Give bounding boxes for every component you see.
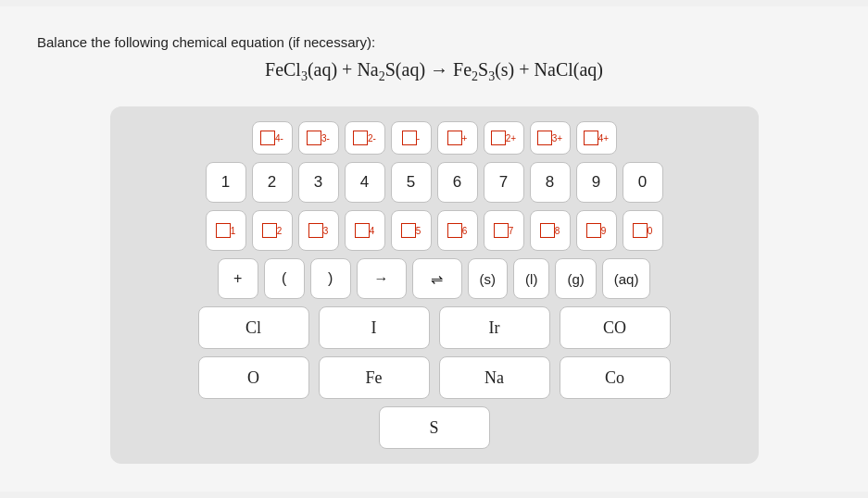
forward-arrow-key[interactable]: → [357,258,407,299]
sub-box-icon [494,223,509,238]
sub-0-key[interactable]: 0 [623,210,663,251]
chemistry-keyboard: 4- 3- 2- - + 2+ 3+ 4+ [110,106,759,464]
key-0[interactable]: 0 [623,162,663,203]
element-co-upper-key[interactable]: CO [560,306,671,349]
element-na-key[interactable]: Na [439,356,550,399]
element-cl-key[interactable]: Cl [198,306,309,349]
sub-box-icon [447,223,462,238]
charge-2minus-key[interactable]: 2- [345,121,385,155]
charge-box-icon [491,131,506,145]
sub-box-icon [586,223,601,238]
sub-box-icon [216,223,231,238]
charge-2plus-key[interactable]: 2+ [484,121,524,155]
solid-state-key[interactable]: (s) [468,258,509,299]
plus-key[interactable]: + [218,258,258,299]
sub-box-icon [633,223,648,238]
key-5[interactable]: 5 [391,162,432,203]
subscript-row: 1 2 3 4 5 6 7 8 9 [206,210,663,251]
charge-3plus-key[interactable]: 3+ [530,121,571,155]
sub-box-icon [308,223,323,238]
key-1[interactable]: 1 [206,162,246,203]
sub-2-key[interactable]: 2 [252,210,293,251]
sub-9-key[interactable]: 9 [576,210,617,251]
charge-box-icon [307,131,321,145]
gas-state-key[interactable]: (g) [555,258,596,299]
charge-3minus-key[interactable]: 3- [298,121,339,155]
charge-minus-key[interactable]: - [391,121,432,155]
sub-box-icon [262,223,277,238]
element-o-key[interactable]: O [198,356,309,399]
charge-4plus-key[interactable]: 4+ [576,121,617,155]
element-row-2: O Fe Na Co [198,356,671,399]
sub-6-key[interactable]: 6 [437,210,478,251]
charge-box-icon [584,131,598,145]
element-ir-key[interactable]: Ir [439,306,550,349]
sub-8-key[interactable]: 8 [530,210,571,251]
element-row-1: Cl I Ir CO [198,306,671,349]
instruction-text: Balance the following chemical equation … [37,34,831,50]
charge-plus-key[interactable]: + [437,121,478,155]
charge-box-icon [402,131,417,145]
sub-box-icon [540,223,555,238]
key-7[interactable]: 7 [484,162,524,203]
charge-box-icon [353,131,368,145]
number-row: 1 2 3 4 5 6 7 8 9 0 [206,162,663,203]
sub-4-key[interactable]: 4 [345,210,385,251]
symbol-row: + ( ) → ⇌ (s) (l) (g) (aq) [218,258,651,299]
equation-display: FeCl3(aq) + Na2S(aq) → Fe2S3(s) + NaCl(a… [37,59,831,84]
element-i-key[interactable]: I [319,306,430,349]
key-3[interactable]: 3 [298,162,339,203]
element-fe-key[interactable]: Fe [319,356,430,399]
close-paren-key[interactable]: ) [310,258,351,299]
charge-row: 4- 3- 2- - + 2+ 3+ 4+ [252,121,617,155]
sub-box-icon [355,223,370,238]
sub-5-key[interactable]: 5 [391,210,432,251]
charge-box-icon [260,131,275,145]
equilibrium-arrow-key[interactable]: ⇌ [412,258,462,299]
sub-1-key[interactable]: 1 [206,210,246,251]
element-s-key[interactable]: S [379,406,490,449]
element-co-lower-key[interactable]: Co [560,356,671,399]
key-6[interactable]: 6 [437,162,478,203]
sub-3-key[interactable]: 3 [298,210,339,251]
key-9[interactable]: 9 [576,162,617,203]
open-paren-key[interactable]: ( [264,258,305,299]
key-8[interactable]: 8 [530,162,571,203]
sub-box-icon [401,223,416,238]
charge-4minus-key[interactable]: 4- [252,121,293,155]
key-2[interactable]: 2 [252,162,293,203]
key-4[interactable]: 4 [345,162,385,203]
liquid-state-key[interactable]: (l) [513,258,549,299]
charge-box-icon [537,131,552,145]
sub-7-key[interactable]: 7 [484,210,524,251]
element-row-3: S [379,406,490,449]
aqueous-state-key[interactable]: (aq) [602,258,651,299]
charge-box-icon [447,131,462,145]
main-container: Balance the following chemical equation … [0,6,868,492]
